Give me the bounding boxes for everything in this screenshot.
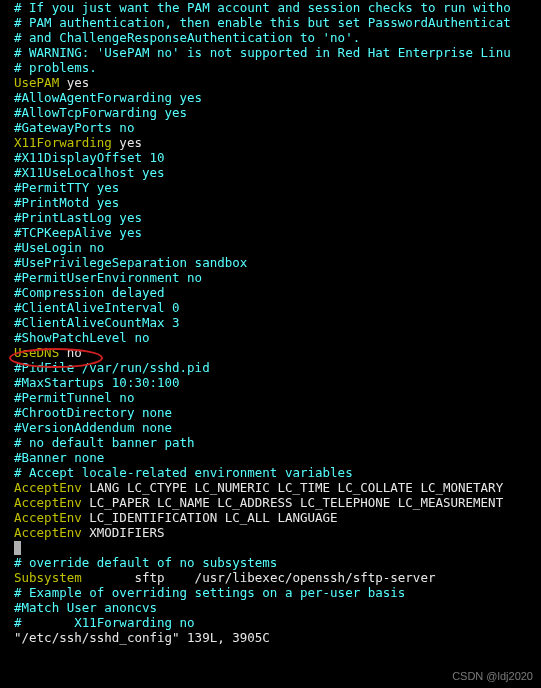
code-line: Subsystem sftp /usr/libexec/openssh/sftp…	[14, 570, 527, 585]
config-value: "/etc/ssh/sshd_config" 139L, 3905C	[14, 630, 270, 645]
comment-text: #X11UseLocalhost yes	[14, 165, 165, 180]
cursor-icon	[14, 541, 21, 555]
config-key: Subsystem	[14, 570, 82, 585]
comment-text: #UseLogin no	[14, 240, 104, 255]
code-line: #AllowTcpForwarding yes	[14, 105, 527, 120]
comment-text: #ClientAliveCountMax 3	[14, 315, 180, 330]
config-key: X11Forwarding	[14, 135, 112, 150]
code-line: # WARNING: 'UsePAM no' is not supported …	[14, 45, 527, 60]
code-line: # If you just want the PAM account and s…	[14, 0, 527, 15]
code-line: #GatewayPorts no	[14, 120, 527, 135]
comment-text: #Compression delayed	[14, 285, 165, 300]
comment-text: #PrintLastLog yes	[14, 210, 142, 225]
config-value: yes	[59, 75, 89, 90]
config-key: AcceptEnv	[14, 510, 82, 525]
comment-text: # PAM authentication, then enable this b…	[14, 15, 511, 30]
code-line: #PidFile /var/run/sshd.pid	[14, 360, 527, 375]
config-value: sftp /usr/libexec/openssh/sftp-server	[82, 570, 436, 585]
comment-text: #X11DisplayOffset 10	[14, 150, 165, 165]
code-line: # problems.	[14, 60, 527, 75]
code-line: #MaxStartups 10:30:100	[14, 375, 527, 390]
code-line: UseDNS no	[14, 345, 527, 360]
config-value: no	[59, 345, 82, 360]
code-line: AcceptEnv LANG LC_CTYPE LC_NUMERIC LC_TI…	[14, 480, 527, 495]
comment-text: # Accept locale-related environment vari…	[14, 465, 353, 480]
comment-text: #PermitUserEnvironment no	[14, 270, 202, 285]
terminal-editor[interactable]: # If you just want the PAM account and s…	[0, 0, 541, 645]
code-line: #TCPKeepAlive yes	[14, 225, 527, 240]
code-line: # X11Forwarding no	[14, 615, 527, 630]
comment-text: # no default banner path	[14, 435, 195, 450]
code-line: #UsePrivilegeSeparation sandbox	[14, 255, 527, 270]
comment-text: #PermitTunnel no	[14, 390, 134, 405]
comment-text: # WARNING: 'UsePAM no' is not supported …	[14, 45, 511, 60]
code-line: #PermitTTY yes	[14, 180, 527, 195]
code-line: #Banner none	[14, 450, 527, 465]
comment-text: #Banner none	[14, 450, 104, 465]
comment-text: # and ChallengeResponseAuthentication to…	[14, 30, 360, 45]
code-line: #ShowPatchLevel no	[14, 330, 527, 345]
comment-text: # problems.	[14, 60, 97, 75]
code-line: # Example of overriding settings on a pe…	[14, 585, 527, 600]
code-line: #PrintLastLog yes	[14, 210, 527, 225]
comment-text: #ShowPatchLevel no	[14, 330, 149, 345]
comment-text: #VersionAddendum none	[14, 420, 172, 435]
code-line: #PermitUserEnvironment no	[14, 270, 527, 285]
comment-text: #ClientAliveInterval 0	[14, 300, 180, 315]
code-line: UsePAM yes	[14, 75, 527, 90]
code-line: # and ChallengeResponseAuthentication to…	[14, 30, 527, 45]
comment-text: #ChrootDirectory none	[14, 405, 172, 420]
code-line: AcceptEnv XMODIFIERS	[14, 525, 527, 540]
config-value: LC_PAPER LC_NAME LC_ADDRESS LC_TELEPHONE…	[82, 495, 503, 510]
comment-text: # X11Forwarding no	[14, 615, 195, 630]
comment-text: # If you just want the PAM account and s…	[14, 0, 511, 15]
config-value: LC_IDENTIFICATION LC_ALL LANGUAGE	[82, 510, 338, 525]
code-line: AcceptEnv LC_IDENTIFICATION LC_ALL LANGU…	[14, 510, 527, 525]
code-line	[14, 540, 527, 555]
comment-text: #TCPKeepAlive yes	[14, 225, 142, 240]
code-line: #ClientAliveCountMax 3	[14, 315, 527, 330]
config-key: UsePAM	[14, 75, 59, 90]
code-line: # Accept locale-related environment vari…	[14, 465, 527, 480]
config-value: yes	[112, 135, 142, 150]
code-line: #ChrootDirectory none	[14, 405, 527, 420]
code-line: # no default banner path	[14, 435, 527, 450]
code-line: #VersionAddendum none	[14, 420, 527, 435]
comment-text: #MaxStartups 10:30:100	[14, 375, 180, 390]
code-line: #X11DisplayOffset 10	[14, 150, 527, 165]
comment-text: #PermitTTY yes	[14, 180, 119, 195]
comment-text: #UsePrivilegeSeparation sandbox	[14, 255, 247, 270]
code-line: #PrintMotd yes	[14, 195, 527, 210]
config-key: AcceptEnv	[14, 525, 82, 540]
config-value: XMODIFIERS	[82, 525, 165, 540]
comment-text: #AllowAgentForwarding yes	[14, 90, 202, 105]
code-line: #AllowAgentForwarding yes	[14, 90, 527, 105]
code-line: # override default of no subsystems	[14, 555, 527, 570]
config-key: AcceptEnv	[14, 480, 82, 495]
code-line: #UseLogin no	[14, 240, 527, 255]
code-line: "/etc/ssh/sshd_config" 139L, 3905C	[14, 630, 527, 645]
comment-text: #GatewayPorts no	[14, 120, 134, 135]
code-line: #ClientAliveInterval 0	[14, 300, 527, 315]
code-line: #X11UseLocalhost yes	[14, 165, 527, 180]
code-line: # PAM authentication, then enable this b…	[14, 15, 527, 30]
comment-text: # override default of no subsystems	[14, 555, 277, 570]
watermark: CSDN @ldj2020	[452, 670, 533, 682]
comment-text: #AllowTcpForwarding yes	[14, 105, 187, 120]
config-key: AcceptEnv	[14, 495, 82, 510]
config-key: UseDNS	[14, 345, 59, 360]
comment-text: #Match User anoncvs	[14, 600, 157, 615]
code-line: X11Forwarding yes	[14, 135, 527, 150]
code-line: #Match User anoncvs	[14, 600, 527, 615]
config-value: LANG LC_CTYPE LC_NUMERIC LC_TIME LC_COLL…	[82, 480, 503, 495]
code-line: #PermitTunnel no	[14, 390, 527, 405]
code-line: #Compression delayed	[14, 285, 527, 300]
comment-text: #PidFile /var/run/sshd.pid	[14, 360, 210, 375]
comment-text: #PrintMotd yes	[14, 195, 119, 210]
code-line: AcceptEnv LC_PAPER LC_NAME LC_ADDRESS LC…	[14, 495, 527, 510]
comment-text: # Example of overriding settings on a pe…	[14, 585, 405, 600]
